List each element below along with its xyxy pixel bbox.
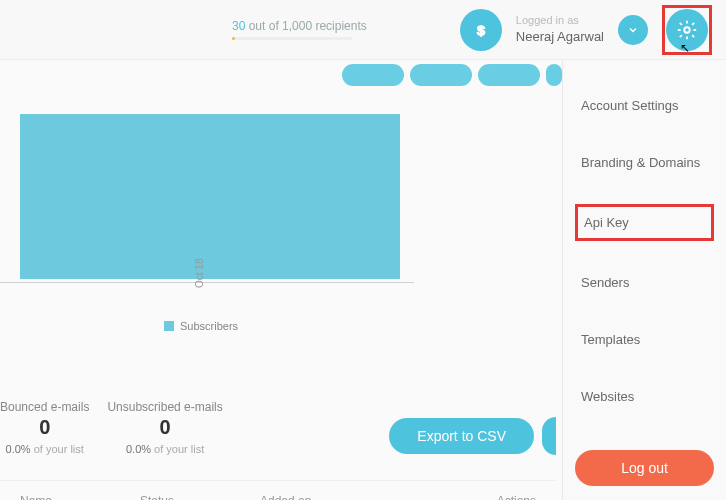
chart-bar bbox=[20, 114, 400, 279]
logged-in-block: Logged in as Neeraj Agarwal bbox=[516, 13, 604, 47]
stats-row: Bounced e-mails 0 0.0% of your list Unsu… bbox=[0, 400, 556, 455]
logout-button[interactable]: Log out bbox=[575, 450, 714, 486]
stat-sub: 0.0% of your list bbox=[0, 443, 89, 455]
chart-x-tick: Oct 18 bbox=[194, 259, 205, 288]
th-actions: Actions bbox=[497, 494, 536, 501]
list-actions: Export to CSV bbox=[389, 417, 556, 455]
svg-point-1 bbox=[684, 27, 690, 33]
recipients-text: out of 1,000 recipients bbox=[245, 19, 366, 33]
menu-senders[interactable]: Senders bbox=[575, 267, 714, 298]
main-content: Oct 18 Subscribers Bounced e-mails 0 0.0… bbox=[0, 60, 562, 500]
stat-label: Unsubscribed e-mails bbox=[107, 400, 222, 414]
menu-account-settings[interactable]: Account Settings bbox=[575, 90, 714, 121]
filter-pill[interactable] bbox=[478, 64, 540, 86]
button-stub[interactable] bbox=[542, 417, 556, 455]
stat-unsubscribed: Unsubscribed e-mails 0 0.0% of your list bbox=[107, 400, 222, 455]
table-header: Name Status Added on Actions bbox=[0, 480, 556, 500]
cursor-icon: ↖ bbox=[680, 41, 690, 55]
user-dropdown-toggle[interactable] bbox=[618, 15, 648, 45]
menu-websites[interactable]: Websites bbox=[575, 381, 714, 412]
top-bar: 30 out of 1,000 recipients $ Logged in a… bbox=[0, 0, 726, 60]
chart-legend: Subscribers bbox=[164, 320, 238, 332]
recipients-quota: 30 out of 1,000 recipients bbox=[232, 19, 367, 40]
th-name: Name bbox=[20, 494, 140, 501]
stat-value: 0 bbox=[107, 416, 222, 439]
logged-in-label: Logged in as bbox=[516, 13, 604, 28]
user-name: Neeraj Agarwal bbox=[516, 28, 604, 46]
menu-templates[interactable]: Templates bbox=[575, 324, 714, 355]
filter-pill[interactable] bbox=[546, 64, 562, 86]
chevron-down-icon bbox=[627, 24, 639, 36]
filter-pill[interactable] bbox=[410, 64, 472, 86]
filter-pills bbox=[342, 64, 562, 86]
menu-branding-domains[interactable]: Branding & Domains bbox=[575, 147, 714, 178]
filter-pill[interactable] bbox=[342, 64, 404, 86]
settings-button-highlight: ↖ bbox=[662, 5, 712, 55]
recipients-progress-bar bbox=[232, 37, 352, 40]
stat-value: 0 bbox=[0, 416, 89, 439]
billing-icon[interactable]: $ bbox=[460, 9, 502, 51]
recipients-count: 30 bbox=[232, 19, 245, 33]
settings-dropdown: Account Settings Branding & Domains Api … bbox=[562, 60, 726, 500]
legend-label: Subscribers bbox=[180, 320, 238, 332]
svg-text:$: $ bbox=[477, 22, 485, 37]
stat-label: Bounced e-mails bbox=[0, 400, 89, 414]
gear-icon bbox=[676, 19, 698, 41]
menu-api-key[interactable]: Api Key bbox=[575, 204, 714, 241]
stat-sub: 0.0% of your list bbox=[107, 443, 222, 455]
settings-button[interactable]: ↖ bbox=[666, 9, 708, 51]
th-added-on: Added on bbox=[260, 494, 400, 501]
stat-bounced: Bounced e-mails 0 0.0% of your list bbox=[0, 400, 89, 455]
chart-x-axis bbox=[0, 282, 414, 283]
export-csv-button[interactable]: Export to CSV bbox=[389, 418, 534, 454]
legend-swatch bbox=[164, 321, 174, 331]
subscribers-chart: Oct 18 Subscribers bbox=[0, 112, 414, 392]
th-status: Status bbox=[140, 494, 260, 501]
